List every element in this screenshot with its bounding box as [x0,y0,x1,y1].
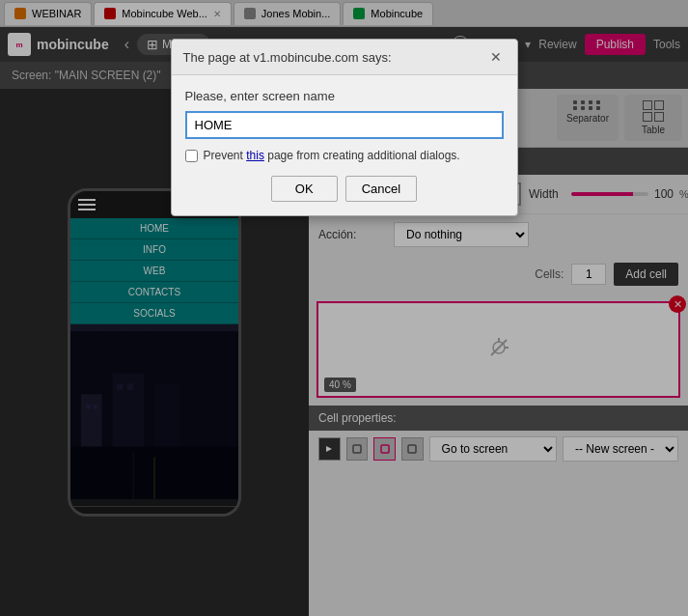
dialog-cancel-button[interactable]: Cancel [345,176,417,202]
dialog-close-button[interactable]: ✕ [486,47,506,67]
dialog-input[interactable] [185,111,504,139]
dialog-checkbox-label: Prevent this page from creating addition… [204,149,460,162]
dialog-prevent-checkbox[interactable] [185,150,198,162]
dialog-body: Please, enter screen name Prevent this p… [172,75,517,215]
dialog-overlay: The page at v1.mobincube.com says: ✕ Ple… [0,0,688,616]
dialog-prompt: Please, enter screen name [185,89,504,103]
dialog-buttons: OK Cancel [185,176,504,202]
dialog-ok-button[interactable]: OK [271,176,338,202]
this-link[interactable]: this [246,149,264,162]
dialog-title: The page at v1.mobincube.com says: [183,50,392,65]
dialog-title-bar: The page at v1.mobincube.com says: ✕ [172,40,517,75]
dialog-box: The page at v1.mobincube.com says: ✕ Ple… [171,39,518,216]
dialog-checkbox-row: Prevent this page from creating addition… [185,149,504,162]
